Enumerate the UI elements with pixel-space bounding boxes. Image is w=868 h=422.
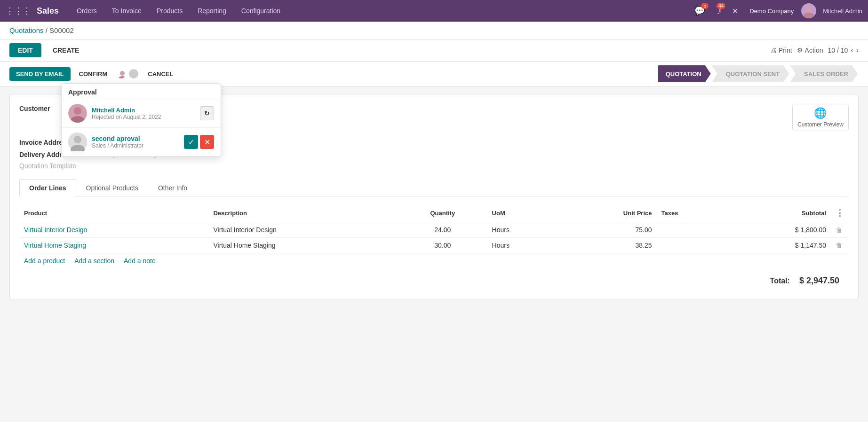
taxes-cell	[657, 222, 725, 238]
subtotal-cell: $ 1,800.00	[725, 222, 831, 238]
customer-preview-label: Customer Preview	[797, 121, 844, 128]
order-table: Product Description Quantity UoM Unit Pr…	[19, 204, 849, 253]
customer-preview-button[interactable]: 🌐 Customer Preview	[792, 104, 849, 131]
gear-icon: ⚙	[797, 47, 803, 54]
col-quantity: Quantity	[398, 204, 487, 222]
approval-approve-button[interactable]: ✓	[184, 135, 198, 149]
col-description: Description	[208, 204, 398, 222]
confirm-button[interactable]: CONFIRM	[74, 67, 112, 81]
approval-item-1-name: Mitchell Admin	[92, 107, 195, 114]
add-product-link[interactable]: Add a product	[24, 257, 65, 265]
action-button[interactable]: ⚙ Action	[797, 47, 823, 54]
brand-logo: Sales	[37, 6, 59, 16]
svg-point-2	[120, 71, 125, 76]
description-cell: Virtual Home Staging	[208, 238, 398, 253]
messages-icon[interactable]: 💬 5	[692, 4, 708, 18]
user-avatar[interactable]	[801, 3, 816, 18]
pipeline-quotation[interactable]: QUOTATION	[658, 65, 711, 82]
col-uom: UoM	[487, 204, 558, 222]
status-bar: SEND BY EMAIL CONFIRM CANCEL QUOTATION Q…	[0, 62, 868, 86]
approval-item-1-info: Mitchell Admin Rejected on August 2, 202…	[92, 107, 195, 120]
nav-reporting[interactable]: Reporting	[191, 0, 233, 22]
create-button[interactable]: CREATE	[46, 43, 86, 57]
col-unit-price: Unit Price	[557, 204, 656, 222]
pipeline-sales-order[interactable]: SALES ORDER	[790, 65, 858, 82]
messages-badge: 5	[701, 3, 709, 9]
product-cell[interactable]: Virtual Home Staging	[19, 238, 208, 253]
approval-item-1-actions: ↻	[200, 106, 214, 120]
quotation-template-placeholder[interactable]: Quotation Template	[19, 162, 76, 170]
add-links: Add a product Add a section Add a note	[19, 253, 849, 268]
nav-configuration[interactable]: Configuration	[235, 0, 287, 22]
cancel-button[interactable]: CANCEL	[143, 67, 178, 81]
pager-prev[interactable]: ‹	[851, 46, 853, 55]
nav-to-invoice[interactable]: To Invoice	[105, 0, 148, 22]
quantity-cell: 30.00	[398, 238, 487, 253]
expiration-row: Expiration	[163, 104, 792, 111]
right-icons: 💬 5 ☽ 44 ✕ Demo Company Mitchell Admin	[692, 3, 862, 18]
add-note-link[interactable]: Add a note	[124, 257, 156, 265]
approval-refresh-button[interactable]: ↻	[200, 106, 214, 120]
approval-item-1-status: Rejected on August 2, 2022	[92, 114, 195, 120]
company-name: Demo Company	[749, 8, 794, 15]
uom-cell: Hours	[487, 222, 558, 238]
approval-item-1-avatar	[68, 104, 87, 123]
pager-next[interactable]: ›	[856, 46, 859, 55]
taxes-cell	[657, 238, 725, 253]
clock-icon[interactable]: ☽ 44	[711, 4, 725, 18]
edit-button[interactable]: EDIT	[9, 43, 41, 57]
tab-other-info[interactable]: Other Info	[148, 179, 197, 196]
breadcrumb-current: S00002	[49, 26, 74, 34]
subtotal-cell: $ 1,147.50	[725, 238, 831, 253]
svg-point-5	[74, 107, 81, 115]
clock-badge: 44	[717, 3, 725, 9]
approval-item-2-role: Sales / Administrator	[92, 142, 179, 149]
table-row: Virtual Interior Design Virtual Interior…	[19, 222, 849, 238]
svg-point-1	[803, 13, 814, 18]
col-product: Product	[19, 204, 208, 222]
status-pipeline: QUOTATION QUOTATION SENT SALES ORDER	[658, 65, 859, 82]
globe-icon: 🌐	[814, 107, 827, 119]
print-button[interactable]: 🖨 Print	[770, 47, 792, 54]
quantity-cell: 24.00	[398, 222, 487, 238]
col-subtotal: Subtotal	[725, 204, 831, 222]
print-label: Print	[779, 47, 792, 54]
approval-item-2: second aproval Sales / Administrator ✓ ✕	[62, 128, 221, 156]
delete-row-icon[interactable]: 🗑	[836, 242, 842, 249]
pipeline-quotation-sent[interactable]: QUOTATION SENT	[712, 65, 789, 82]
add-section-link[interactable]: Add a section	[74, 257, 114, 265]
approval-item-1: Mitchell Admin Rejected on August 2, 202…	[62, 99, 221, 128]
breadcrumb: Quotations / S00002	[0, 22, 868, 39]
table-row: Virtual Home Staging Virtual Home Stagin…	[19, 238, 849, 253]
quotation-template-row: Quotation Template	[19, 162, 849, 170]
top-navigation: ⋮⋮⋮ Sales Orders To Invoice Products Rep…	[0, 0, 868, 22]
action-label: Action	[805, 47, 823, 54]
description-cell: Virtual Interior Design	[208, 222, 398, 238]
payment-terms-row: Payment Terms	[163, 115, 792, 123]
column-menu-icon[interactable]: ⋮	[836, 208, 844, 218]
nav-orders[interactable]: Orders	[70, 0, 104, 22]
pager-text: 10 / 10	[828, 47, 848, 54]
svg-point-0	[805, 6, 812, 12]
breadcrumb-separator: /	[46, 26, 49, 34]
action-bar: EDIT CREATE 🖨 Print ⚙ Action 10 / 10 ‹ ›	[0, 39, 868, 62]
send-by-email-button[interactable]: SEND BY EMAIL	[9, 67, 71, 81]
svg-point-3	[118, 76, 127, 79]
delete-row-icon[interactable]: 🗑	[836, 226, 842, 234]
product-cell[interactable]: Virtual Interior Design	[19, 222, 208, 238]
tab-optional-products[interactable]: Optional Products	[76, 179, 148, 196]
approval-reject-button[interactable]: ✕	[200, 135, 214, 149]
approval-avatars	[116, 68, 139, 79]
approval-popup: Approval Mitchell Admin Rejected on Augu…	[61, 83, 221, 157]
svg-point-8	[74, 136, 81, 143]
apps-icon[interactable]: ⋮⋮⋮	[6, 6, 31, 16]
nav-products[interactable]: Products	[150, 0, 189, 22]
uom-cell: Hours	[487, 238, 558, 253]
approval-avatar-1	[116, 68, 127, 79]
total-label: Total:	[770, 277, 790, 285]
tab-order-lines[interactable]: Order Lines	[19, 179, 76, 196]
close-icon[interactable]: ✕	[732, 7, 738, 16]
user-name: Mitchell Admin	[823, 8, 862, 15]
approval-item-2-avatar	[68, 133, 87, 151]
breadcrumb-parent[interactable]: Quotations	[9, 26, 44, 34]
